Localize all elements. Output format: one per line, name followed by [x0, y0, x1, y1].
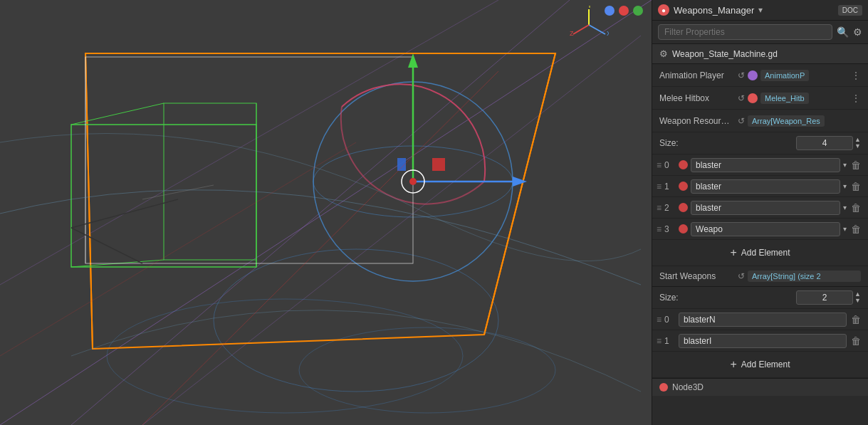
item-value-3[interactable]: Weapo [691, 222, 840, 236]
svg-text:X: X [607, 30, 609, 37]
item-value-1[interactable]: blaster [691, 179, 840, 194]
item-delete-sw-1[interactable]: 🗑 [849, 335, 862, 347]
node-name-row: ● Weapons_Manager ▾ [658, 4, 838, 16]
drag-handle-sw-0[interactable]: ≡ [657, 315, 662, 325]
add-element-row-start-weapons: + Add Element [652, 352, 868, 378]
svg-line-37 [589, 25, 605, 34]
item-index-sw-0: 0 [664, 315, 679, 325]
item-delete-3[interactable]: 🗑 [849, 224, 862, 235]
size-arrows-start-weapons: ▲ ▼ [854, 291, 861, 304]
animation-player-icon [748, 70, 758, 80]
drag-handle-sw-1[interactable]: ≡ [657, 336, 662, 346]
drag-handle-1[interactable]: ≡ [657, 182, 662, 191]
prop-row-weapon-resources: Weapon Resour… ↺ Array[Weapon_Res [652, 110, 868, 132]
node-icon: ● [658, 4, 669, 16]
drag-handle-2[interactable]: ≡ [657, 203, 662, 213]
animation-player-value[interactable]: AnimationP [760, 70, 809, 81]
prop-reset-weapon-resources[interactable]: ↺ [738, 116, 745, 126]
size-input-weapons[interactable] [796, 136, 853, 150]
add-element-label-start-weapons: Add Element [741, 360, 790, 369]
size-down-weapons[interactable]: ▼ [854, 143, 861, 149]
weapon-item-1: ≡ 1 blaster ▾ 🗑 [652, 176, 868, 197]
svg-point-29 [409, 178, 417, 185]
animation-player-more[interactable]: ⋮ [851, 70, 861, 81]
svg-line-39 [573, 25, 589, 34]
start-weapons-value[interactable]: Array[String] (size 2 [748, 271, 861, 282]
search-icon[interactable]: 🔍 [837, 26, 849, 38]
node3d-icon [659, 383, 668, 392]
size-down-start-weapons[interactable]: ▼ [854, 298, 861, 304]
item-value-wrap-1: blaster ▾ [679, 179, 847, 194]
filter-input[interactable] [658, 24, 832, 40]
scene-svg [0, 0, 652, 425]
item-value-sw-0[interactable]: blasterN [679, 313, 847, 327]
size-arrows-weapons: ▲ ▼ [854, 137, 861, 149]
start-weapon-item-0: ≡ 0 blasterN 🗑 [652, 309, 868, 330]
item-dropdown-2[interactable]: ▾ [843, 204, 847, 211]
prop-value-animation-player: AnimationP [748, 70, 851, 81]
script-row: ⚙ Weapon_State_Machine.gd [652, 44, 868, 64]
start-weapons-header: Start Weapons ↺ Array[String] (size 2 [652, 266, 868, 287]
3d-viewport[interactable]: Y X Z [0, 0, 652, 425]
add-element-label-weapons: Add Element [741, 248, 790, 258]
add-element-row-weapons: + Add Element [652, 240, 868, 266]
weapon-item-2: ≡ 2 blaster ▾ 🗑 [652, 197, 868, 219]
prop-value-melee-hitbox: Melee_Hitb [748, 93, 851, 104]
prop-reset-melee-hitbox[interactable]: ↺ [738, 93, 745, 103]
prop-reset-animation-player[interactable]: ↺ [738, 70, 745, 80]
weapon-resources-value[interactable]: Array[Weapon_Res [748, 115, 825, 127]
item-index-3: 3 [664, 224, 679, 234]
item-index-0: 0 [664, 160, 679, 170]
viewport-axis-bar [605, 6, 643, 16]
item-delete-0[interactable]: 🗑 [849, 159, 862, 171]
filter-row: 🔍 ⚙ [652, 21, 868, 44]
prop-value-weapon-resources: Array[Weapon_Res [748, 115, 861, 127]
svg-rect-26 [432, 158, 445, 171]
prop-label-animation-player: Animation Player [659, 70, 738, 80]
item-delete-2[interactable]: 🗑 [849, 202, 862, 214]
melee-hitbox-icon [748, 93, 758, 103]
item-dropdown-1[interactable]: ▾ [843, 182, 847, 190]
item-icon-3 [679, 224, 688, 234]
size-row-start-weapons: Size: ▲ ▼ [652, 287, 868, 309]
doc-button[interactable]: DOC [838, 5, 862, 16]
item-value-0[interactable]: blaster [691, 158, 840, 172]
script-name[interactable]: Weapon_State_Machine.gd [672, 49, 778, 59]
add-plus-icon-weapons: + [730, 246, 736, 259]
x-axis-dot [605, 6, 615, 16]
add-element-button-weapons[interactable]: + Add Element [721, 244, 798, 261]
item-dropdown-3[interactable]: ▾ [843, 225, 847, 233]
start-weapons-reset[interactable]: ↺ [738, 271, 745, 281]
prop-label-weapon-resources: Weapon Resour… [659, 116, 738, 126]
item-value-sw-1[interactable]: blasterI [679, 334, 847, 348]
axis-gizmo: Y X Z [570, 6, 609, 48]
drag-handle-3[interactable]: ≡ [657, 224, 662, 234]
item-delete-1[interactable]: 🗑 [849, 181, 862, 192]
item-index-sw-1: 1 [664, 336, 679, 346]
node3d-label[interactable]: Node3D [672, 382, 704, 392]
item-icon-1 [679, 182, 688, 191]
melee-hitbox-more[interactable]: ⋮ [851, 93, 861, 104]
svg-text:Z: Z [570, 30, 574, 37]
item-delete-sw-0[interactable]: 🗑 [849, 314, 862, 325]
drag-handle-0[interactable]: ≡ [657, 160, 662, 170]
start-weapons-label: Start Weapons [659, 271, 738, 281]
size-row-weapons: Size: ▲ ▼ [652, 132, 868, 154]
filter-settings-icon[interactable]: ⚙ [853, 26, 862, 38]
size-input-start-weapons[interactable] [796, 290, 853, 305]
item-dropdown-0[interactable]: ▾ [843, 161, 847, 169]
item-value-wrap-sw-0: blasterN [679, 313, 847, 327]
item-value-wrap-3: Weapo ▾ [679, 222, 847, 236]
z-axis-dot [633, 6, 643, 16]
svg-text:Y: Y [587, 6, 592, 9]
melee-hitbox-value[interactable]: Melee_Hitb [760, 93, 809, 104]
item-index-1: 1 [664, 182, 679, 191]
item-value-wrap-0: blaster ▾ [679, 158, 847, 172]
item-value-2[interactable]: blaster [691, 201, 840, 215]
item-value-wrap-sw-1: blasterI [679, 334, 847, 348]
add-plus-icon-start-weapons: + [730, 358, 736, 371]
add-element-button-start-weapons[interactable]: + Add Element [721, 356, 798, 373]
size-input-wrap-start-weapons: ▲ ▼ [702, 290, 861, 305]
node-dropdown-arrow[interactable]: ▾ [758, 5, 763, 15]
weapon-item-3: ≡ 3 Weapo ▾ 🗑 [652, 219, 868, 240]
